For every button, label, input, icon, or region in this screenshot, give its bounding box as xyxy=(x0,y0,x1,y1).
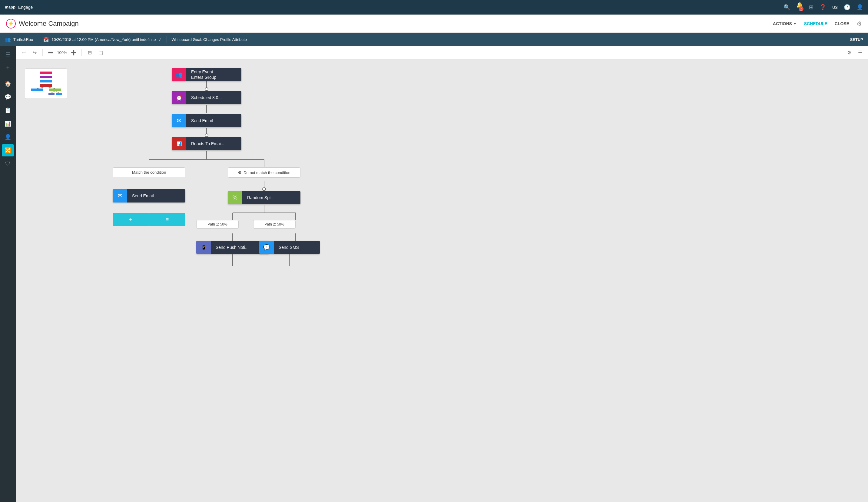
send-email-2-node[interactable]: ✉ Send Email xyxy=(113,189,185,202)
svg-line-13 xyxy=(55,91,59,93)
reacts-node-icon: 📊 xyxy=(172,137,186,150)
check-icon: ✓ xyxy=(158,37,162,42)
match-label: Match the condition xyxy=(132,170,166,174)
canvas: 👥 Entry Event Enters Group xyxy=(16,59,868,502)
sidebar-item-contacts[interactable]: 📋 xyxy=(2,104,14,117)
random-split-node[interactable]: % Random Split xyxy=(228,191,300,204)
svg-rect-10 xyxy=(31,89,43,91)
help-icon[interactable]: ❓ xyxy=(819,4,826,11)
sidebar-item-home[interactable]: 🏠 xyxy=(2,78,14,90)
reacts-node[interactable]: 📊 Reacts To Emai... xyxy=(172,137,241,150)
send-email-2-icon: ✉ xyxy=(113,189,127,202)
svg-point-28 xyxy=(262,188,266,191)
search-icon[interactable]: 🔍 xyxy=(784,4,790,11)
settings-icon[interactable]: ⚙ xyxy=(857,20,862,27)
toolbar-divider-1 xyxy=(42,49,43,57)
scheduled-node-label: Scheduled 8:0... xyxy=(186,91,241,104)
app-name: Engage xyxy=(18,5,33,10)
reacts-node-label: Reacts To Emai... xyxy=(186,137,241,150)
send-push-icon: 📱 xyxy=(196,241,211,254)
list-view-button[interactable]: ☰ xyxy=(856,49,864,57)
sub-header: 👥 Turtle&Roo 📅 10/20/2018 at 12:00 PM (A… xyxy=(0,33,868,46)
svg-rect-1 xyxy=(40,71,52,74)
main-content: ☰ + 🏠 💬 📋 📊 👤 🔀 🛡 ↩ ↪ ➖ 100% ➕ ⊞ ⬚ ⚙ ☰ xyxy=(0,46,868,502)
scheduled-node-icon: ⏰ xyxy=(172,91,186,104)
close-button[interactable]: CLOSE xyxy=(835,21,849,26)
undo-button[interactable]: ↩ xyxy=(19,49,28,57)
path-2-text: Path 2: 50% xyxy=(265,222,284,227)
no-match-condition-branch[interactable]: ⚙ Do not match the condition xyxy=(228,167,300,178)
entry-event-node[interactable]: 👥 Entry Event Enters Group xyxy=(172,68,241,81)
account-icon[interactable]: 👤 xyxy=(857,4,863,11)
campaign-icon: ⚡ xyxy=(6,19,16,29)
header-actions: ACTIONS ▼ SCHEDULE CLOSE ⚙ xyxy=(773,20,862,27)
add-btn-container: + ≡ xyxy=(113,213,185,226)
goal-text: Whiteboard Goal: Changes Profile Attribu… xyxy=(172,37,247,42)
random-split-icon: % xyxy=(228,191,242,204)
canvas-area: ↩ ↪ ➖ 100% ➕ ⊞ ⬚ ⚙ ☰ xyxy=(16,46,868,502)
entry-node-icon: 👥 xyxy=(172,68,186,81)
schedule-button[interactable]: SCHEDULE xyxy=(804,21,827,26)
org-item[interactable]: 👥 Turtle&Roo xyxy=(5,37,33,42)
canvas-toolbar: ↩ ↪ ➖ 100% ➕ ⊞ ⬚ ⚙ ☰ xyxy=(16,46,868,59)
add-split-button[interactable]: ≡ xyxy=(149,213,185,226)
clock-icon[interactable]: 🕐 xyxy=(844,4,850,11)
nav-icons: 🔍 🔔 3 ⊞ ❓ US 🕐 👤 xyxy=(784,1,863,13)
scheduled-node[interactable]: ⏰ Scheduled 8:0... xyxy=(172,91,241,104)
add-node-button[interactable]: + xyxy=(113,213,149,226)
svg-line-8 xyxy=(37,87,46,89)
redo-button[interactable]: ↪ xyxy=(30,49,39,57)
logo[interactable]: mapp Engage xyxy=(5,4,33,11)
sidebar-item-menu[interactable]: ☰ xyxy=(2,49,14,61)
flow-diagram: 👥 Entry Event Enters Group xyxy=(76,66,349,308)
sidebar: ☰ + 🏠 💬 📋 📊 👤 🔀 🛡 xyxy=(0,46,16,502)
send-email-1-icon: ✉ xyxy=(172,114,186,127)
sidebar-item-messages[interactable]: 💬 xyxy=(2,91,14,103)
canvas-inner: 👥 Entry Event Enters Group xyxy=(16,59,868,332)
sidebar-item-plus[interactable]: + xyxy=(2,62,14,74)
user-region[interactable]: US xyxy=(832,5,838,10)
users-icon: 👥 xyxy=(5,37,11,42)
toolbar-right: ⚙ ☰ xyxy=(845,49,864,57)
svg-rect-3 xyxy=(40,76,52,78)
send-sms-node[interactable]: 💬 Send SMS xyxy=(259,241,320,254)
fit-screen-button[interactable]: ⊞ xyxy=(85,49,94,57)
zoom-controls: ➖ 100% ➕ xyxy=(46,49,78,57)
no-match-icon: ⚙ xyxy=(238,170,242,175)
svg-rect-14 xyxy=(49,93,54,95)
path-1-label[interactable]: Path 1: 50% xyxy=(196,220,239,229)
expand-button[interactable]: ⬚ xyxy=(96,49,105,57)
no-match-label: Do not match the condition xyxy=(244,170,290,175)
goal-item[interactable]: Whiteboard Goal: Changes Profile Attribu… xyxy=(172,37,247,42)
schedule-item[interactable]: 📅 10/20/2018 at 12:00 PM (America/New_Yo… xyxy=(43,37,162,42)
svg-text:mapp: mapp xyxy=(5,5,16,9)
svg-point-17 xyxy=(205,88,208,91)
sidebar-item-users[interactable]: 👤 xyxy=(2,131,14,143)
header-bar: ⚡ Welcome Campaign ACTIONS ▼ SCHEDULE CL… xyxy=(0,14,868,33)
divider-1 xyxy=(38,36,38,43)
sidebar-item-campaigns[interactable]: 🔀 xyxy=(2,144,14,157)
notification-badge: 3 xyxy=(799,6,804,11)
match-condition-branch[interactable]: Match the condition xyxy=(113,167,185,177)
calendar-icon: 📅 xyxy=(43,37,49,42)
actions-button[interactable]: ACTIONS ▼ xyxy=(773,21,797,26)
zoom-in-button[interactable]: ➕ xyxy=(69,49,78,57)
send-email-1-node[interactable]: ✉ Send Email xyxy=(172,114,241,127)
entry-node-label: Entry Event Enters Group xyxy=(186,68,241,81)
grid-icon[interactable]: ⊞ xyxy=(809,4,814,11)
minimap xyxy=(25,69,67,99)
settings-button[interactable]: ⚙ xyxy=(845,49,854,57)
sidebar-item-security[interactable]: 🛡 xyxy=(2,158,14,170)
chevron-down-icon: ▼ xyxy=(793,21,797,26)
path-2-label[interactable]: Path 2: 50% xyxy=(253,220,296,229)
setup-button[interactable]: SETUP xyxy=(850,37,863,42)
page-title: Welcome Campaign xyxy=(19,20,79,28)
send-push-node[interactable]: 📱 Send Push Noti... xyxy=(196,241,269,254)
zoom-out-button[interactable]: ➖ xyxy=(46,49,55,57)
send-sms-icon: 💬 xyxy=(259,241,274,254)
sidebar-item-reports[interactable]: 📊 xyxy=(2,118,14,130)
header-title-section: ⚡ Welcome Campaign xyxy=(6,19,773,29)
add-buttons-row: + ≡ xyxy=(113,213,185,226)
notifications-icon[interactable]: 🔔 3 xyxy=(796,1,803,13)
send-email-1-label: Send Email xyxy=(186,114,241,127)
